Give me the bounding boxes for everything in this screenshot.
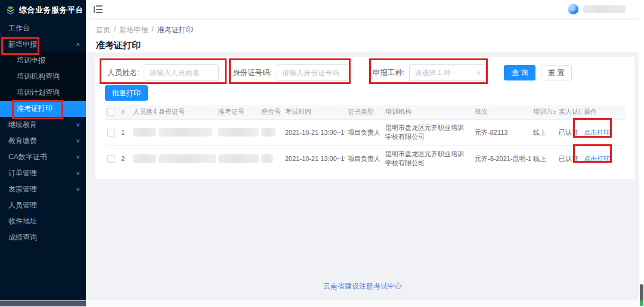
sidebar-collapse-icon[interactable]: [94, 5, 103, 14]
caret-down-icon: ∨: [76, 133, 80, 149]
breadcrumb-separator: /: [151, 25, 153, 35]
click-to-print-link[interactable]: 点击打印: [584, 155, 610, 162]
person-name-input[interactable]: [144, 64, 219, 81]
chevron-down-icon: ∨: [475, 70, 481, 76]
sidebar-group-order-mgmt[interactable]: 订单管理 ∨: [0, 165, 86, 181]
sidebar-item-org-query[interactable]: 培训机构查询: [0, 69, 86, 85]
user-name-redacted: [583, 5, 626, 13]
topbar-user-area[interactable]: [568, 4, 626, 14]
col-person-name: 人员姓名: [131, 105, 156, 119]
table-header-row: # 人员姓名 身份证号 准考证号 座位号 考试时间 证书类型 培训机构 班次 培…: [105, 105, 625, 119]
col-exam-time: 考试时间: [283, 105, 345, 119]
filter-work-type: 申报工种: 请选择工种 ∨: [373, 64, 485, 81]
sidebar-item-training-apply[interactable]: 培训申报: [0, 52, 86, 69]
cell-cert-type: 项目负责人: [345, 119, 383, 145]
breadcrumb: 首页 / 新培申报 / 准考证打印: [96, 25, 639, 35]
cell-person-name-redacted: [133, 154, 156, 163]
caret-down-icon: ∨: [76, 181, 80, 197]
click-to-print-link[interactable]: 点击打印: [584, 129, 610, 136]
cell-training-method: 线上: [531, 119, 556, 145]
sidebar-item-admission-print[interactable]: 准考证打印: [0, 101, 86, 117]
cell-index: 1: [119, 119, 131, 145]
sidebar-group-label: CA数字证书: [8, 153, 47, 161]
search-button[interactable]: 查 询: [504, 65, 535, 80]
row-checkbox[interactable]: [107, 155, 115, 163]
batch-print-button[interactable]: 批量打印: [105, 85, 148, 101]
vertical-scrollbar[interactable]: [639, 0, 644, 307]
caret-down-icon: ∨: [76, 165, 80, 181]
content-card: 人员姓名: 身份证号码: 申报工种: 请选择工种 ∨ 查 询 重 置 批量打印 …: [95, 57, 634, 179]
cell-training-org: 昆明市盘龙区元齐职业培训学校有限公司: [383, 145, 472, 172]
page-header: 首页 / 新培申报 / 准考证打印 准考证打印: [86, 20, 639, 52]
app-title: 综合业务服务平台: [19, 5, 83, 15]
sidebar-group-continuing-edu[interactable]: 继续教育 ∨: [0, 117, 86, 133]
sidebar: 综合业务服务平台 工作台 新培申报 ∧ 培训申报 培训机构查询 培训计划查询 准…: [0, 0, 86, 300]
sidebar-group-new-training[interactable]: 新培申报 ∧: [0, 36, 86, 52]
sidebar-item-score-query[interactable]: 成绩查询: [0, 230, 86, 246]
col-seat-number: 座位号: [259, 105, 283, 119]
reset-button[interactable]: 重 置: [541, 65, 571, 80]
cell-training-org: 昆明市盘龙区元齐职业培训学校有限公司: [383, 119, 472, 145]
page-footer: 云南省建设注册考试中心: [86, 281, 639, 292]
sidebar-item-plan-query[interactable]: 培训计划查询: [0, 85, 86, 101]
cell-ticket-number-redacted: [218, 154, 259, 163]
cell-cert-type: 项目负责人: [345, 145, 383, 172]
app-logo[interactable]: 综合业务服务平台: [0, 0, 86, 20]
horizontal-scrollbar[interactable]: [0, 300, 644, 307]
breadcrumb-section[interactable]: 新培申报: [119, 25, 148, 35]
vertical-scrollbar-marker: [640, 300, 643, 306]
work-type-select[interactable]: 请选择工种 ∨: [409, 64, 485, 81]
app-logo-icon: [5, 5, 16, 15]
work-type-label: 申报工种:: [373, 68, 404, 78]
col-ticket-number: 准考证号: [216, 105, 259, 119]
cell-training-method: 线上: [531, 145, 556, 172]
caret-up-icon: ∧: [76, 36, 80, 52]
topbar: [86, 0, 639, 19]
breadcrumb-separator: /: [114, 25, 116, 35]
col-index: #: [119, 105, 131, 119]
cell-exam-time: 2021-10-21 13:00~15:30: [283, 119, 345, 145]
sidebar-group-ca-certificate[interactable]: CA数字证书 ∨: [0, 149, 86, 165]
sidebar-group-invoice-mgmt[interactable]: 发票管理 ∨: [0, 181, 86, 197]
row-checkbox[interactable]: [107, 129, 115, 137]
footer-link[interactable]: 云南省建设注册考试中心: [323, 282, 402, 290]
cell-ticket-number-redacted: [218, 128, 259, 137]
filter-buttons: 查 询 重 置: [504, 65, 572, 80]
cell-seat-number-redacted: [261, 128, 275, 137]
sidebar-submenu: 培训申报 培训机构查询 培训计划查询 准考证打印: [0, 52, 86, 117]
cell-id-number-redacted: [159, 128, 212, 137]
cell-person-name-redacted: [133, 128, 156, 137]
cell-id-number-redacted: [159, 154, 216, 163]
id-number-label: 身份证号码:: [233, 68, 272, 78]
sidebar-group-label: 新培申报: [8, 40, 37, 48]
breadcrumb-home[interactable]: 首页: [96, 25, 110, 35]
user-avatar[interactable]: [568, 4, 578, 14]
cell-identity-verified: 已认证: [556, 119, 581, 145]
cell-seat-number-redacted: [261, 154, 273, 163]
sidebar-group-label: 教育缴费: [8, 137, 37, 145]
admission-ticket-table: # 人员姓名 身份证号 准考证号 座位号 考试时间 证书类型 培训机构 班次 培…: [105, 105, 625, 172]
table-row: 2 2021-10-21 13:00~15:30 项目负责人 昆明市盘龙区元齐职…: [105, 145, 625, 172]
person-name-label: 人员姓名:: [107, 68, 139, 78]
cell-exam-time: 2021-10-21 13:00~15:30: [283, 145, 345, 172]
sidebar-item-shipping-address[interactable]: 收件地址: [0, 213, 86, 230]
col-training-method: 培训方式: [531, 105, 556, 119]
caret-down-icon: ∨: [76, 117, 80, 133]
sidebar-item-personnel-mgmt[interactable]: 人员管理: [0, 197, 86, 213]
sidebar-group-edu-payment[interactable]: 教育缴费 ∨: [0, 133, 86, 149]
breadcrumb-current: 准考证打印: [157, 25, 193, 35]
work-type-placeholder: 请选择工种: [414, 68, 450, 78]
select-all-checkbox[interactable]: [107, 108, 115, 116]
cell-index: 2: [119, 145, 131, 172]
col-class-code: 班次: [472, 105, 531, 119]
col-id-number: 身份证号: [156, 105, 216, 119]
horizontal-scrollbar-thumb[interactable]: [0, 301, 86, 306]
filter-person-name: 人员姓名:: [107, 64, 219, 81]
sidebar-item-workbench[interactable]: 工作台: [0, 20, 86, 36]
sidebar-group-label: 继续教育: [8, 120, 37, 129]
vertical-scrollbar-thumb[interactable]: [640, 284, 643, 301]
id-number-input[interactable]: [277, 64, 348, 81]
sidebar-group-label: 订单管理: [8, 169, 37, 177]
col-action: 操作: [581, 105, 625, 119]
sidebar-group-label: 发票管理: [8, 185, 37, 193]
